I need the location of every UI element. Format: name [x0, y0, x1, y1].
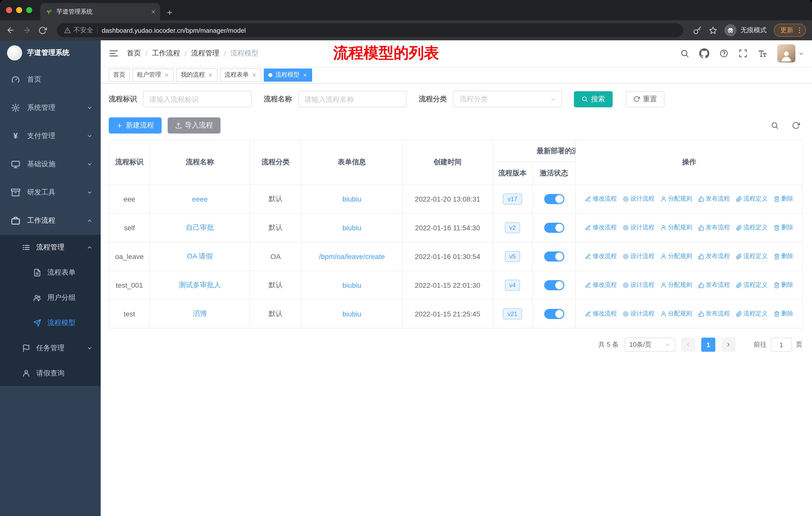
fullscreen-icon[interactable]: [738, 49, 748, 58]
show-search-icon[interactable]: [771, 121, 779, 130]
action-publish-process[interactable]: 发布流程: [698, 310, 730, 318]
process-name-link[interactable]: OA 请假: [187, 252, 213, 260]
back-icon[interactable]: [6, 26, 15, 35]
sidebar-item-payment[interactable]: ¥ 支付管理: [0, 122, 101, 150]
action-design-process[interactable]: 设计流程: [623, 310, 655, 318]
current-page-button[interactable]: 1: [701, 337, 715, 352]
action-publish-process[interactable]: 发布流程: [698, 223, 730, 232]
process-key-input[interactable]: [143, 91, 252, 107]
browser-tab[interactable]: 芋道管理系统: [40, 3, 160, 20]
process-name-link[interactable]: 滔博: [193, 309, 207, 318]
action-design-process[interactable]: 设计流程: [623, 195, 655, 203]
action-delete[interactable]: 删除: [774, 310, 793, 318]
action-delete[interactable]: 删除: [774, 195, 793, 203]
prev-page-button[interactable]: [681, 337, 695, 352]
sidebar-item-infrastructure[interactable]: 基础设施: [0, 150, 101, 179]
active-toggle[interactable]: [544, 194, 564, 204]
refresh-table-icon[interactable]: [792, 121, 800, 130]
process-name-input[interactable]: [298, 91, 407, 107]
tag-tenant-management[interactable]: 租户管理: [133, 68, 174, 81]
sidebar-item-system[interactable]: 系统管理: [0, 94, 101, 122]
minimize-window-button[interactable]: [16, 7, 22, 13]
avatar[interactable]: [777, 44, 795, 62]
address-bar[interactable]: 不安全 dashboard.yudao.iocoder.cn/bpm/manag…: [57, 23, 683, 37]
action-edit-process[interactable]: 修改流程: [585, 195, 617, 203]
action-design-process[interactable]: 设计流程: [623, 281, 655, 290]
form-info-link[interactable]: biubiu: [343, 224, 361, 232]
action-publish-process[interactable]: 发布流程: [698, 281, 730, 290]
action-process-definition[interactable]: 流程定义: [736, 195, 768, 203]
sidebar-item-devtools[interactable]: 研发工具: [0, 179, 101, 207]
active-toggle[interactable]: [544, 280, 564, 290]
page-size-select[interactable]: 10条/页: [625, 337, 675, 352]
security-warning[interactable]: 不安全: [64, 26, 93, 35]
form-info-link[interactable]: biubiu: [343, 310, 361, 318]
sidebar-item-user-group[interactable]: 用户分组: [0, 285, 101, 310]
active-toggle[interactable]: [544, 309, 564, 319]
close-icon[interactable]: [302, 72, 308, 77]
process-name-link[interactable]: 自己审批: [186, 223, 214, 231]
action-assign-rule[interactable]: 分配规则: [661, 310, 692, 318]
next-page-button[interactable]: [721, 337, 735, 352]
action-assign-rule[interactable]: 分配规则: [661, 281, 692, 290]
active-toggle[interactable]: [544, 251, 564, 262]
create-process-button[interactable]: 新建流程: [109, 117, 162, 134]
action-edit-process[interactable]: 修改流程: [585, 252, 617, 261]
action-process-definition[interactable]: 流程定义: [736, 310, 768, 318]
bookmark-star-icon[interactable]: [709, 26, 717, 34]
active-toggle[interactable]: [544, 223, 564, 233]
forward-icon[interactable]: [22, 26, 31, 35]
action-edit-process[interactable]: 修改流程: [585, 281, 617, 290]
close-window-button[interactable]: [6, 7, 12, 13]
sidebar-item-workflow[interactable]: 工作流程: [0, 207, 101, 235]
action-publish-process[interactable]: 发布流程: [698, 252, 730, 261]
action-edit-process[interactable]: 修改流程: [585, 223, 617, 232]
action-process-definition[interactable]: 流程定义: [736, 281, 768, 290]
action-publish-process[interactable]: 发布流程: [698, 195, 730, 203]
tag-home[interactable]: 首页: [109, 68, 130, 81]
font-size-icon[interactable]: [758, 49, 767, 58]
github-icon[interactable]: [699, 48, 709, 58]
tag-my-process[interactable]: 我的流程: [176, 68, 218, 81]
reset-button[interactable]: 重置: [626, 91, 665, 107]
action-design-process[interactable]: 设计流程: [623, 252, 655, 261]
process-name-link[interactable]: 测试多审批人: [179, 281, 221, 289]
goto-page-input[interactable]: [771, 337, 792, 352]
import-process-button[interactable]: 导入流程: [168, 117, 221, 134]
sidebar-item-home[interactable]: 首页: [0, 65, 101, 94]
menu-dots-icon[interactable]: [795, 26, 804, 34]
breadcrumb-home[interactable]: 首页: [127, 49, 141, 58]
tag-process-model[interactable]: 流程模型: [264, 68, 312, 81]
action-delete[interactable]: 删除: [774, 223, 793, 232]
action-process-definition[interactable]: 流程定义: [736, 252, 768, 261]
help-icon[interactable]: [719, 49, 728, 58]
sidebar-item-process-management[interactable]: 流程管理: [0, 235, 101, 260]
action-assign-rule[interactable]: 分配规则: [661, 252, 692, 261]
sidebar-item-process-form[interactable]: 流程表单: [0, 260, 101, 285]
new-tab-button[interactable]: [166, 9, 173, 16]
action-process-definition[interactable]: 流程定义: [736, 223, 768, 232]
password-key-icon[interactable]: [693, 26, 702, 34]
action-assign-rule[interactable]: 分配规则: [661, 195, 692, 203]
action-design-process[interactable]: 设计流程: [623, 223, 655, 232]
update-button[interactable]: 更新: [774, 24, 806, 37]
process-name-link[interactable]: eeee: [192, 195, 208, 203]
reload-icon[interactable]: [38, 26, 47, 34]
breadcrumb-workflow[interactable]: 工作流程: [152, 49, 180, 58]
action-edit-process[interactable]: 修改流程: [585, 310, 617, 318]
close-icon[interactable]: [164, 72, 169, 77]
close-icon[interactable]: [208, 72, 213, 77]
action-assign-rule[interactable]: 分配规则: [661, 223, 692, 232]
form-info-link[interactable]: biubiu: [343, 195, 361, 203]
form-info-link[interactable]: biubiu: [343, 281, 361, 289]
breadcrumb-process-management[interactable]: 流程管理: [191, 49, 220, 58]
sidebar-item-leave-query[interactable]: 请假查询: [0, 361, 101, 386]
process-category-select[interactable]: 流程分类: [453, 91, 562, 107]
tag-process-form[interactable]: 流程表单: [220, 68, 261, 81]
tab-close-icon[interactable]: [150, 9, 156, 15]
user-menu[interactable]: [777, 44, 804, 62]
sidebar-item-task-management[interactable]: 任务管理: [0, 335, 101, 361]
search-icon[interactable]: [680, 49, 689, 58]
zoom-window-button[interactable]: [26, 7, 32, 13]
search-button[interactable]: 搜索: [574, 91, 613, 107]
